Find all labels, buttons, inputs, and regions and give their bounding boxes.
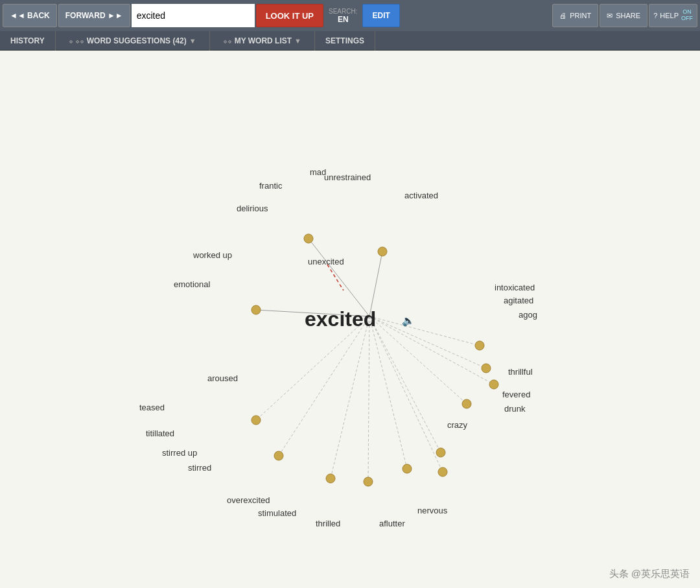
search-language-label: SEARCH: EN xyxy=(329,8,357,24)
word-unexcited[interactable]: unexcited xyxy=(308,257,344,266)
node-right-top xyxy=(475,341,484,350)
line-right-mid2 xyxy=(369,316,494,384)
forward-button[interactable]: FORWARD ►► xyxy=(58,4,130,27)
word-aroused[interactable]: aroused xyxy=(207,373,238,383)
word-overexcited[interactable]: overexcited xyxy=(227,495,270,505)
center-word-text[interactable]: excited xyxy=(305,307,376,331)
word-titillated[interactable]: titillated xyxy=(146,429,174,438)
node-bottom-mid xyxy=(364,477,373,486)
node-right-mid2 xyxy=(489,380,498,389)
node-bottom-left xyxy=(326,474,335,483)
line-bottom-mid xyxy=(368,316,369,482)
word-suggestions-icon: ⬦ ⬦⬦ xyxy=(69,37,84,45)
history-label: HISTORY xyxy=(10,36,45,45)
word-delirious[interactable]: delirious xyxy=(237,204,268,213)
node-bottom-right xyxy=(438,467,447,476)
word-thrilled[interactable]: thrilled xyxy=(316,519,340,528)
word-drunk[interactable]: drunk xyxy=(504,404,526,414)
word-agog[interactable]: agog xyxy=(519,310,537,320)
word-fevered[interactable]: fevered xyxy=(502,390,530,399)
help-icon: ? xyxy=(653,12,657,19)
word-nervous[interactable]: nervous xyxy=(417,506,448,515)
word-crazy[interactable]: crazy xyxy=(447,420,468,430)
word-map-area: excited 🔈 mad unrestrained frantic activ… xyxy=(0,51,700,588)
node-left-low xyxy=(251,416,261,425)
word-suggestions-arrow-icon: ▼ xyxy=(189,37,196,45)
search-bottom-label: EN xyxy=(338,15,349,24)
node-right-low2 xyxy=(436,448,445,457)
word-stirred-up[interactable]: stirred up xyxy=(162,448,197,458)
word-teased[interactable]: teased xyxy=(139,403,165,412)
node-mid-right xyxy=(378,247,387,256)
line-left-low xyxy=(256,316,369,420)
line-bottom-right xyxy=(369,316,443,472)
main-toolbar: ◄◄ BACK FORWARD ►► LOOK IT UP SEARCH: EN… xyxy=(0,0,700,31)
line-right-mid xyxy=(369,316,486,368)
word-worked-up[interactable]: worked up xyxy=(192,250,232,260)
settings-tab[interactable]: SETTINGS xyxy=(315,31,375,51)
search-input[interactable] xyxy=(132,4,255,27)
word-intoxicated[interactable]: intoxicated xyxy=(495,283,535,292)
line-unexcited xyxy=(327,265,344,290)
help-button[interactable]: ? HELP ON OFF xyxy=(649,4,697,27)
line-mid-right xyxy=(369,252,382,316)
search-top-label: SEARCH: xyxy=(329,8,357,15)
settings-label: SETTINGS xyxy=(325,36,364,45)
back-button[interactable]: ◄◄ BACK xyxy=(3,4,57,27)
word-emotional[interactable]: emotional xyxy=(174,279,210,289)
node-bottom-mid2 xyxy=(402,464,412,473)
node-right-mid xyxy=(482,364,491,373)
node-right-low xyxy=(462,399,471,408)
node-left-mid xyxy=(251,305,261,314)
line-bottom-left xyxy=(331,316,369,478)
node-left-low2 xyxy=(274,451,283,460)
line-bottom-mid2 xyxy=(369,316,407,469)
node-top-cluster xyxy=(304,234,313,243)
word-stimulated[interactable]: stimulated xyxy=(258,508,296,518)
lookup-button[interactable]: LOOK IT UP xyxy=(256,4,323,27)
line-left-low2 xyxy=(279,316,369,456)
edit-button[interactable]: EDIT xyxy=(362,4,399,27)
my-word-list-label: MY WORD LIST xyxy=(235,36,292,45)
word-unrestrained[interactable]: unrestrained xyxy=(324,172,371,182)
line-right-low2 xyxy=(369,316,441,453)
share-button[interactable]: ✉ SHARE xyxy=(600,4,648,27)
word-suggestions-label: WORD SUGGESTIONS (42) xyxy=(87,36,187,45)
share-icon: ✉ xyxy=(607,12,612,20)
word-stirred[interactable]: stirred xyxy=(188,463,211,473)
word-frantic[interactable]: frantic xyxy=(259,181,283,191)
line-top-cluster xyxy=(309,239,369,316)
my-word-list-icon: ⬦⬦ xyxy=(223,37,232,45)
watermark: 头条 @英乐思英语 xyxy=(609,568,690,580)
word-agitated[interactable]: agitated xyxy=(504,296,533,305)
print-button[interactable]: 🖨 PRINT xyxy=(552,4,598,27)
word-thrillful[interactable]: thrillful xyxy=(508,367,533,377)
word-aflutter[interactable]: aflutter xyxy=(379,519,405,528)
speaker-icon[interactable]: 🔈 xyxy=(402,314,415,327)
history-tab[interactable]: HISTORY xyxy=(0,31,56,51)
my-word-list-tab[interactable]: ⬦⬦ MY WORD LIST ▼ xyxy=(210,31,315,51)
secondary-toolbar: HISTORY ⬦ ⬦⬦ WORD SUGGESTIONS (42) ▼ ⬦⬦ … xyxy=(0,31,700,51)
word-activated[interactable]: activated xyxy=(404,191,438,200)
word-suggestions-tab[interactable]: ⬦ ⬦⬦ WORD SUGGESTIONS (42) ▼ xyxy=(56,31,210,51)
on-off-toggle: ON OFF xyxy=(681,9,693,22)
my-word-list-arrow-icon: ▼ xyxy=(294,37,301,45)
word-map-svg: excited 🔈 mad unrestrained frantic activ… xyxy=(0,51,700,588)
print-icon: 🖨 xyxy=(559,12,566,19)
